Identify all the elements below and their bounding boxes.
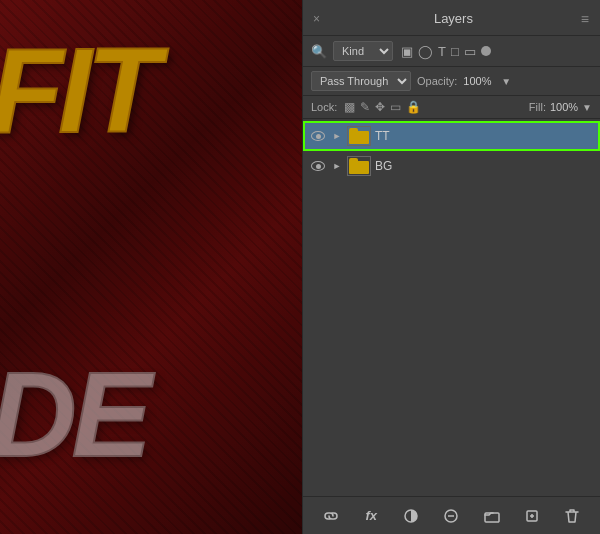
search-icon: 🔍: [311, 44, 327, 59]
lock-row: Lock: ▩ ✎ ✥ ▭ 🔒 Fill: 100% ▼: [303, 96, 600, 119]
new-adjustment-button[interactable]: [440, 505, 462, 527]
lock-image-icon[interactable]: ✎: [360, 100, 370, 114]
fill-chevron-icon[interactable]: ▼: [582, 102, 592, 113]
opacity-chevron-icon[interactable]: ▼: [501, 76, 511, 87]
lock-all-icon[interactable]: 🔒: [406, 100, 421, 114]
eye-icon-bg: [311, 161, 325, 171]
layer-expand-tt[interactable]: ►: [331, 130, 343, 142]
blend-mode-dropdown[interactable]: Pass Through Normal Dissolve Darken Mult…: [311, 71, 411, 91]
new-fill-layer-button[interactable]: [400, 505, 422, 527]
layers-panel: × Layers ≡ 🔍 Kind Name Effect Mode ▣ ◯ T…: [302, 0, 600, 534]
lock-icons: ▩ ✎ ✥ ▭ 🔒: [344, 100, 421, 114]
filter-row: 🔍 Kind Name Effect Mode ▣ ◯ T □ ▭: [303, 36, 600, 67]
layer-expand-bg[interactable]: ►: [331, 160, 343, 172]
blend-mode-row: Pass Through Normal Dissolve Darken Mult…: [303, 67, 600, 96]
layer-thumb-tt: [347, 126, 371, 146]
smart-filter-icon[interactable]: ▭: [464, 44, 476, 59]
opacity-value: 100%: [463, 75, 495, 87]
canvas-overlay: [0, 0, 302, 534]
bottom-toolbar: fx: [303, 496, 600, 534]
lock-position-icon[interactable]: ✥: [375, 100, 385, 114]
layer-name-tt: TT: [375, 129, 594, 143]
delete-layer-button[interactable]: [561, 505, 583, 527]
layers-list: ► TT ► BG: [303, 119, 600, 496]
panel-title: Layers: [434, 11, 473, 26]
folder-icon-tt: [349, 128, 369, 144]
layer-visibility-bg[interactable]: [309, 157, 327, 175]
layer-name-bg: BG: [375, 159, 594, 173]
adjustment-filter-icon[interactable]: ◯: [418, 44, 433, 59]
new-group-button[interactable]: [481, 505, 503, 527]
lock-transparent-icon[interactable]: ▩: [344, 100, 355, 114]
kind-dropdown[interactable]: Kind Name Effect Mode: [333, 41, 393, 61]
new-layer-button[interactable]: [521, 505, 543, 527]
filter-icons: ▣ ◯ T □ ▭: [401, 44, 491, 59]
canvas-area: FIT DE: [0, 0, 302, 534]
color-filter-icon[interactable]: [481, 46, 491, 56]
pixel-filter-icon[interactable]: ▣: [401, 44, 413, 59]
opacity-label: Opacity:: [417, 75, 457, 87]
panel-menu-icon[interactable]: ≡: [581, 11, 590, 27]
layer-item-bg[interactable]: ► BG: [303, 151, 600, 181]
fx-button[interactable]: fx: [360, 505, 382, 527]
fill-label: Fill:: [529, 101, 546, 113]
layer-thumb-bg: [347, 156, 371, 176]
lock-artboard-icon[interactable]: ▭: [390, 100, 401, 114]
fill-value: 100%: [550, 101, 578, 113]
fill-section: Fill: 100% ▼: [529, 101, 592, 113]
shape-filter-icon[interactable]: □: [451, 44, 459, 59]
eye-icon-tt: [311, 131, 325, 141]
panel-close-icon[interactable]: ×: [313, 12, 320, 26]
link-layers-button[interactable]: [320, 505, 342, 527]
lock-label: Lock:: [311, 101, 337, 113]
folder-icon-bg: [349, 158, 369, 174]
panel-header: × Layers ≡: [303, 0, 600, 36]
type-filter-icon[interactable]: T: [438, 44, 446, 59]
layer-item-tt[interactable]: ► TT: [303, 121, 600, 151]
layer-visibility-tt[interactable]: [309, 127, 327, 145]
